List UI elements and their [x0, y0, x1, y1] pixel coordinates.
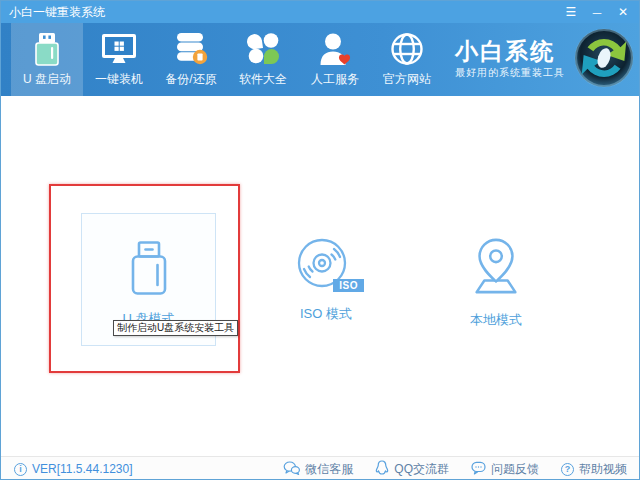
clover-apps-icon — [247, 32, 280, 66]
feedback-label: 问题反馈 — [491, 461, 539, 478]
question-circle-icon: ? — [561, 463, 574, 476]
wechat-support-link[interactable]: 微信客服 — [283, 461, 353, 478]
nav-label: 一键装机 — [95, 71, 143, 88]
globe-icon — [390, 32, 424, 66]
recycle-arrows-logo-icon — [573, 27, 635, 93]
menu-icon[interactable]: ☰ — [563, 4, 579, 20]
nav-item-one-click-install[interactable]: 一键装机 — [83, 23, 155, 96]
help-video-label: 帮助视频 — [579, 461, 627, 478]
brand-tagline: 最好用的系统重装工具 — [455, 66, 565, 80]
title-bar: 小白一键重装系统 ☰ ─ ✕ — [1, 1, 639, 23]
app-window: 小白一键重装系统 ☰ ─ ✕ U 盘启动 — [0, 0, 640, 480]
nav-label: 官方网站 — [383, 71, 431, 88]
brand-text: 小白系统 最好用的系统重装工具 — [455, 40, 565, 80]
version-text: VER[11.5.44.1230] — [32, 462, 133, 476]
info-icon: i — [14, 463, 27, 476]
speech-bubble-dots-icon — [471, 461, 486, 478]
footer-bar: i VER[11.5.44.1230] 微信客服 — [1, 456, 639, 480]
version-info[interactable]: i VER[11.5.44.1230] — [14, 457, 133, 480]
nav-label: 备份/还原 — [165, 71, 216, 88]
qq-group-label: QQ交流群 — [394, 461, 449, 478]
mode-local[interactable]: 本地模式 — [426, 236, 566, 329]
help-video-link[interactable]: ? 帮助视频 — [561, 461, 627, 478]
person-heart-icon — [319, 32, 352, 66]
window-controls: ☰ ─ ✕ — [563, 1, 631, 23]
nav-item-official-website[interactable]: 官方网站 — [371, 23, 443, 96]
nav-item-software-collection[interactable]: 软件大全 — [227, 23, 299, 96]
nav-label: U 盘启动 — [23, 71, 71, 88]
nav-label: 软件大全 — [239, 71, 287, 88]
nav-item-usb-boot[interactable]: U 盘启动 — [11, 23, 83, 96]
database-stack-icon — [175, 32, 208, 66]
iso-badge: ISO — [333, 279, 364, 292]
main-content: U 盘模式 ISO ISO 模式 — [1, 96, 639, 456]
usb-flash-drive-icon — [123, 241, 175, 299]
mode-iso[interactable]: ISO ISO 模式 — [256, 236, 396, 323]
location-pin-icon — [465, 236, 527, 300]
usb-mode-tooltip: 制作启动U盘系统安装工具 — [113, 320, 238, 336]
footer-links: 微信客服 QQ交流群 — [283, 457, 627, 480]
wechat-support-label: 微信客服 — [305, 461, 353, 478]
qq-penguin-icon — [375, 460, 389, 478]
feedback-link[interactable]: 问题反馈 — [471, 461, 539, 478]
close-icon[interactable]: ✕ — [615, 4, 631, 20]
window-title: 小白一键重装系统 — [9, 4, 105, 21]
usb-drive-icon — [32, 32, 62, 66]
nav-label: 人工服务 — [311, 71, 359, 88]
wechat-icon — [283, 461, 300, 478]
minimize-icon[interactable]: ─ — [589, 4, 605, 20]
nav-item-backup-restore[interactable]: 备份/还原 — [155, 23, 227, 96]
mode-iso-label: ISO 模式 — [300, 305, 352, 323]
brand-name: 小白系统 — [455, 40, 555, 63]
monitor-windows-icon — [101, 32, 137, 66]
qq-group-link[interactable]: QQ交流群 — [375, 460, 449, 478]
brand-area: 小白系统 最好用的系统重装工具 — [455, 23, 635, 96]
nav-item-human-service[interactable]: 人工服务 — [299, 23, 371, 96]
mode-local-label: 本地模式 — [470, 311, 522, 329]
